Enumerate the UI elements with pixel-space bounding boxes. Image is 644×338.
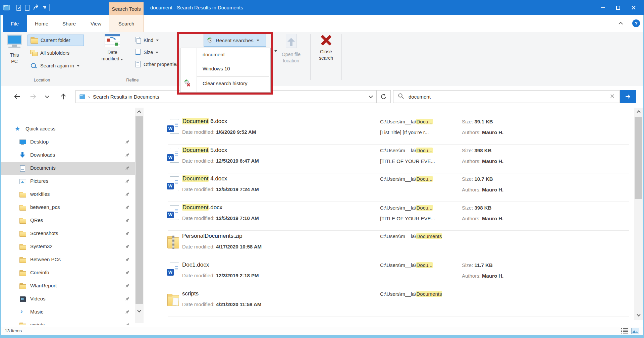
sidebar-item-workfiles[interactable]: workfiles (0, 188, 135, 201)
sidebar-item-label: Documents (30, 165, 56, 171)
size-icon (135, 49, 141, 56)
sidebar-item-label: System32 (30, 243, 53, 249)
search-input[interactable]: document (409, 94, 610, 100)
sidebar-item-screenshots[interactable]: Screenshots (0, 227, 135, 240)
file-row[interactable]: W Document 5.docx Date modified: 12/5/20… (135, 145, 634, 173)
sidebar-item-between-pcs[interactable]: Between PCs (0, 253, 135, 267)
close-button[interactable] (626, 0, 641, 15)
file-path: C:\Users\m__la\Documents (380, 291, 442, 297)
file-row[interactable]: PersonalDocuments.zip Date modified: 4/1… (135, 230, 634, 259)
back-button[interactable] (11, 91, 23, 102)
clear-search-icon[interactable] (610, 94, 615, 100)
file-row[interactable]: W Document 4.docx Date modified: 12/5/20… (135, 173, 634, 202)
tab-view[interactable]: View (86, 15, 106, 32)
sidebar-item-music[interactable]: Music (0, 306, 135, 319)
tab-share[interactable]: Share (58, 15, 80, 32)
this-pc-icon (6, 34, 22, 49)
date-modified-icon (105, 34, 120, 47)
maximize-button[interactable] (610, 0, 626, 15)
refresh-button[interactable] (377, 90, 391, 103)
new-folder-icon[interactable] (24, 4, 30, 11)
file-list-scrollbar[interactable] (634, 108, 643, 320)
collapse-ribbon-icon[interactable] (619, 21, 623, 25)
sidebar-item-qres[interactable]: QRes (0, 214, 135, 227)
sidebar-item-system32[interactable]: System32 (0, 240, 135, 253)
this-pc-button[interactable]: This PC (4, 34, 25, 65)
folder-icon (19, 231, 26, 237)
file-row[interactable]: W Document.docx Date modified: 12/5/2019… (135, 202, 634, 231)
file-path: C:\Users\m__la\Docu... (380, 176, 433, 182)
search-again-icon (30, 63, 38, 69)
menu-gutter (197, 48, 197, 92)
recent-locations-chevron-icon[interactable] (43, 91, 51, 102)
size-button[interactable]: Size (132, 47, 179, 58)
recent-searches-button[interactable]: Recent searches (204, 34, 266, 47)
sidebar-item-scripts[interactable]: scripts (0, 319, 135, 325)
kind-button[interactable]: Kind (132, 35, 179, 46)
star-icon (15, 126, 21, 132)
menu-item-clear-search-history[interactable]: Clear search history (203, 80, 247, 86)
file-path: C:\Users\m__la\Docu... (380, 205, 433, 211)
window-title: document - Search Results in Documents (150, 0, 243, 15)
folder-icon (19, 244, 26, 250)
tab-file[interactable]: File (3, 15, 27, 32)
refine-group-label: Refine (84, 77, 181, 82)
search-go-button[interactable] (620, 90, 636, 103)
thumbnail-view-icon[interactable] (631, 328, 639, 335)
scrollbar-thumb[interactable] (635, 117, 642, 199)
breadcrumb-label[interactable]: Search Results in Documents (93, 94, 159, 100)
share-icon[interactable] (33, 4, 40, 11)
pin-icon (125, 323, 130, 325)
qat-separator (13, 4, 13, 11)
pin-icon (125, 244, 130, 250)
pin-icon (125, 166, 130, 172)
all-subfolders-button[interactable]: All subfolders (28, 47, 84, 59)
tab-search[interactable]: Search (109, 15, 144, 32)
address-dropdown-icon[interactable] (365, 91, 376, 103)
menu-item-recent-search-1[interactable]: Windows 10 (203, 66, 230, 71)
current-folder-button[interactable]: Current folder (28, 35, 84, 46)
view-switcher (621, 328, 639, 335)
explorer-icon (3, 5, 10, 10)
clear-search-history-icon (183, 79, 191, 88)
sidebar-item-desktop[interactable]: Desktop (0, 136, 135, 149)
sidebar-item-downloads[interactable]: Downloads (0, 149, 135, 162)
file-name: Document 6.docx (182, 118, 227, 125)
up-button[interactable] (58, 91, 69, 102)
sidebar-item-wlanreport[interactable]: WlanReport (0, 280, 135, 293)
sidebar-item-between-pcs[interactable]: between_pcs (0, 201, 135, 214)
file-row[interactable]: W Document 6.docx Date modified: 1/6/202… (135, 116, 634, 145)
date-modified-button[interactable]: Date modified (99, 34, 125, 62)
search-again-in-button[interactable]: Search again in (28, 60, 84, 71)
search-box: document (393, 90, 620, 103)
open-file-location-button[interactable]: Open file location (276, 34, 307, 64)
sidebar-item-quick-access[interactable]: Quick access (0, 123, 135, 136)
sidebar-item-coreinfo[interactable]: Coreinfo (0, 267, 135, 280)
file-row[interactable]: scripts Date modified: 4/21/2020 11:58 A… (135, 288, 634, 317)
other-properties-button[interactable]: Other properties (132, 59, 179, 70)
file-date-modified: Date modified: 12/5/2019 7:24 AM (182, 186, 259, 192)
ribbon-tab-row: File Home Share View Search ? (0, 15, 644, 32)
customize-quick-access-caret-icon[interactable] (43, 6, 46, 9)
group-separator (84, 34, 84, 80)
sidebar-item-label: workfiles (30, 191, 50, 197)
scroll-up-icon[interactable] (634, 108, 643, 116)
window-controls (595, 0, 641, 15)
file-authors: Authors: Mauro H. (462, 273, 503, 279)
properties-icon[interactable] (16, 4, 21, 11)
tab-home[interactable]: Home (31, 15, 52, 32)
close-search-button[interactable]: Close search (313, 34, 339, 61)
file-row[interactable]: W Doc1.docx Date modified: 12/3/2019 2:1… (135, 259, 634, 288)
help-icon[interactable]: ? (632, 19, 640, 27)
sidebar-item-label: scripts (30, 322, 45, 325)
forward-button[interactable] (28, 91, 39, 102)
word-file-icon: W (167, 262, 180, 278)
sidebar-item-pictures[interactable]: Pictures (0, 175, 135, 188)
word-file-icon: W (167, 205, 180, 221)
menu-item-recent-search-0[interactable]: document (203, 52, 225, 57)
minimize-button[interactable] (595, 0, 610, 15)
sidebar-item-videos[interactable]: Videos (0, 293, 135, 306)
details-view-icon[interactable] (621, 328, 628, 335)
sidebar-item-documents[interactable]: Documents (0, 162, 135, 175)
scroll-down-icon[interactable] (634, 311, 643, 319)
